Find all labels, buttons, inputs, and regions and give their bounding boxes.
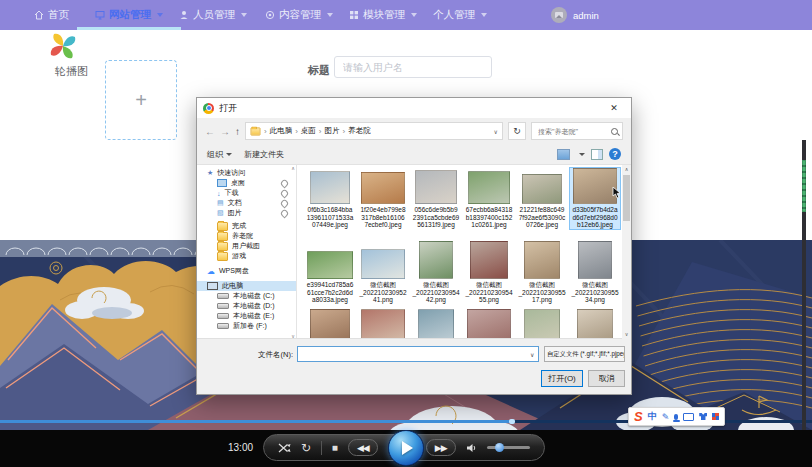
sidebar-item-disk-c[interactable]: 本地磁盘 (C:) [197,291,296,301]
volume-knob[interactable] [495,443,504,452]
chevron-down-icon[interactable]: ∨ [530,351,534,358]
breadcrumb-segment[interactable]: 桌面 [301,126,316,136]
sidebar-item-folder-yanglaoyuan[interactable]: 养老院 [197,231,296,241]
chevron-down-icon[interactable]: ∨ [494,128,498,135]
file-item[interactable] [358,309,408,339]
sidebar-item-folder-user-screenshots[interactable]: 用户截图 [197,241,296,251]
back-icon[interactable]: ← [205,126,215,137]
preview-pane-icon[interactable] [591,149,603,160]
ime-toolbar[interactable]: S 中 ✎ [628,407,725,426]
microphone-icon[interactable] [674,414,678,420]
file-item[interactable]: 0f6b3c1684bba 139611071533a 07449e.jpeg [305,168,355,229]
refresh-icon[interactable]: ↻ [508,122,526,140]
scroll-up-icon[interactable]: ∧ [291,165,295,171]
organize-button[interactable]: 组织 [207,149,232,160]
sidebar-item-desktop[interactable]: 桌面 [197,178,296,188]
file-item[interactable]: 67ecbb6a84318 b18397400c152 1c0261.jpeg [464,168,514,229]
filelist-scrollbar[interactable]: ∧ ∨ [622,165,631,339]
new-folder-button[interactable]: 新建文件夹 [244,149,284,160]
file-item[interactable] [464,309,514,339]
file-item[interactable]: e39941cd785a6 61cce7b2c2d6d a8033a.jpeg [305,239,355,304]
file-item[interactable] [517,309,567,339]
filelist-scrollbar-thumb[interactable] [623,175,630,221]
stop-icon[interactable]: ■ [332,443,338,453]
play-button[interactable] [388,430,424,466]
fast-forward-button[interactable]: ▶▶ [426,439,456,456]
dialog-titlebar[interactable]: 打开 ✕ [197,98,631,118]
breadcrumb-segment[interactable]: 图片 [325,126,340,136]
view-mode-icon[interactable] [557,149,570,160]
nav-item-home[interactable]: 首页 [34,0,69,30]
sidebar-item-folder-wancheng[interactable]: 完成 [197,221,296,231]
file-item[interactable]: 微信截图 _202210230955 34.png [570,239,620,304]
volume-icon[interactable] [466,443,477,453]
toolbox-icon[interactable] [712,413,719,420]
nav-item-personnel-mgmt[interactable]: 人员管理 [179,0,247,30]
sidebar-item-downloads[interactable]: ↓下载 [197,188,296,198]
breadcrumb-segment[interactable]: 养老院 [348,126,371,136]
folder-icon [251,127,261,135]
scroll-down-icon[interactable]: ∨ [622,330,631,339]
sidebar-item-disk-f[interactable]: 新加卷 (F:) [197,321,296,331]
page-scrollbar[interactable] [802,140,806,430]
keyboard-icon[interactable] [683,413,694,421]
image-placeholder-icon [555,12,563,18]
file-item[interactable]: 1f20e4eb799e8 317b8eb16106 7ecbef0.jpeg [358,168,408,229]
file-item[interactable] [411,309,461,339]
close-icon[interactable]: ✕ [603,103,625,113]
sidebar-item-wps-cloud[interactable]: ☁WPS网盘 [197,266,296,276]
file-item[interactable]: 微信截图 _202210230954 55.png [464,239,514,304]
file-item[interactable]: d33b05f7b4d2a d6d7ebf2968d0 b12eb6.jpeg [570,168,620,229]
sidebar-item-this-pc[interactable]: 此电脑 [197,281,296,291]
sidebar-item-disk-e[interactable]: 本地磁盘 (E:) [197,311,296,321]
sidebar-item-disk-d[interactable]: 本地磁盘 (D:) [197,301,296,311]
forward-icon[interactable]: → [220,126,230,137]
nav-item-module-mgmt[interactable]: 模块管理 [349,0,417,30]
filename-input[interactable] [297,346,539,362]
nav-item-label: 模块管理 [363,8,405,22]
nav-user[interactable]: admin [551,7,599,23]
file-item[interactable] [570,309,620,339]
title-label: 标题 [308,63,330,78]
nav-item-content-mgmt[interactable]: 内容管理 [265,0,333,30]
shuffle-icon[interactable] [278,443,291,453]
breadcrumb[interactable]: ›此电脑›桌面›图片›养老院 ∨ [245,122,503,140]
title-input[interactable] [334,56,492,78]
search-box[interactable] [531,122,623,140]
seek-knob[interactable] [509,419,515,424]
mouse-cursor-icon [612,185,622,203]
help-icon[interactable]: ? [609,148,621,160]
nav-item-personal-mgmt[interactable]: 个人管理 [433,0,487,30]
monitor-icon [95,10,105,20]
file-item[interactable]: 056c6de9b5b9 2391ca5cbde69 56131f9.jpeg [411,168,461,229]
sidebar-item-documents[interactable]: ▤文档 [197,198,296,208]
chinese-mode-icon[interactable]: 中 [648,410,657,423]
file-item[interactable]: 微信截图 _202210230954 42.png [411,239,461,304]
file-item[interactable]: 微信截图 _202210230952 41.png [358,239,408,304]
file-item[interactable]: 21221fe88c649 7f92ae6f53090c 0726e.jpeg [517,168,567,229]
rewind-button[interactable]: ◀◀ [348,439,378,456]
file-item[interactable]: 微信截图 _202210230955 17.png [517,239,567,304]
file-thumbnail [578,241,612,279]
up-icon[interactable]: ↑ [235,126,240,137]
image-upload-box[interactable]: + [105,60,177,140]
sidebar-item-pictures[interactable]: ▧图片 [197,208,296,218]
scroll-up-icon[interactable]: ∧ [622,165,631,174]
sogou-logo-icon[interactable]: S [634,410,643,423]
sidebar-item-folder-games[interactable]: 游戏 [197,251,296,261]
chevron-down-icon[interactable] [579,153,585,156]
sidebar-item-label: 新加卷 (F:) [233,321,267,331]
file-item[interactable] [305,309,355,339]
nav-item-site-mgmt[interactable]: 网站管理 [95,0,163,30]
page-scrollbar-thumb[interactable] [802,160,806,212]
filetype-select[interactable]: 自定义文件 (*.gif;*.jfif;*.pjpeg; ∨ [544,346,625,362]
breadcrumb-segment[interactable]: 此电脑 [270,126,293,136]
skin-icon[interactable] [699,413,707,420]
sidebar-item-quick-access[interactable]: ★快速访问 [197,168,296,178]
cancel-button[interactable]: 取消 [588,370,625,387]
handwriting-icon[interactable]: ✎ [662,412,670,422]
open-button[interactable]: 打开(O) [541,370,583,387]
repeat-icon[interactable]: ↻ [301,442,311,454]
search-input[interactable] [536,127,609,136]
volume-slider[interactable] [487,446,530,449]
